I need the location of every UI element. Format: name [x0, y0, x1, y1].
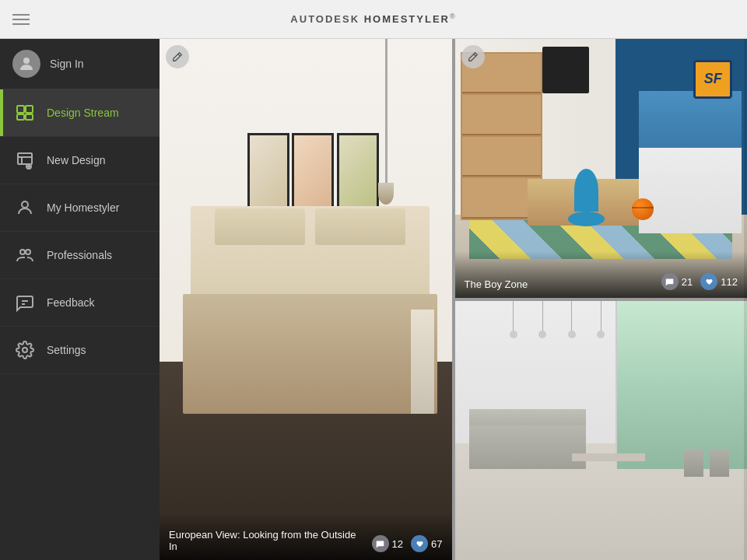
professionals-label: Professionals — [47, 249, 112, 261]
boy-monitor — [542, 47, 589, 93]
card-title-boy: The Boy Zone — [465, 278, 655, 290]
like-count-boy: 112 — [721, 276, 738, 288]
svg-rect-4 — [26, 114, 33, 120]
title-prefix: AUTODESK — [290, 14, 359, 26]
heart-icon-boy — [700, 273, 717, 290]
pendant-lights — [499, 301, 615, 332]
sidebar-item-new-design[interactable]: New Design — [0, 137, 160, 184]
pendant-lamp — [385, 39, 388, 195]
chair-back — [574, 169, 599, 212]
chair-b — [710, 450, 729, 477]
hamburger-line-1 — [12, 14, 30, 16]
design-stream-label: Design Stream — [47, 107, 119, 119]
avatar — [12, 50, 40, 78]
svg-line-17 — [178, 54, 181, 57]
boy-chair — [566, 169, 607, 241]
modern-chairs — [684, 450, 729, 477]
card-overlay: European View: Looking from the Outside … — [160, 513, 452, 560]
comment-icon-boy — [661, 273, 679, 290]
my-homestyler-label: My Homestyler — [47, 201, 119, 214]
feedback-icon — [12, 290, 37, 315]
svg-point-12 — [20, 250, 25, 254]
svg-rect-2 — [26, 106, 33, 113]
svg-rect-3 — [17, 114, 24, 120]
heart-icon — [411, 535, 428, 552]
like-stat: 67 — [411, 535, 442, 552]
comment-stat-boy: 21 — [661, 273, 693, 290]
chair-seat — [568, 212, 605, 226]
svg-point-13 — [26, 250, 30, 254]
design-stream-icon — [12, 100, 37, 125]
app-title: AUTODESK HOMESTYLER® — [290, 12, 456, 25]
professionals-icon — [12, 243, 37, 268]
header: AUTODESK HOMESTYLER® — [0, 0, 747, 39]
like-count: 67 — [431, 538, 442, 550]
like-stat-boy: 112 — [700, 273, 738, 290]
bed — [183, 195, 437, 414]
bed-frame — [183, 294, 437, 415]
card-stats: 12 67 — [372, 535, 443, 552]
pendant-3 — [571, 301, 572, 332]
pillow-1 — [215, 208, 306, 244]
my-homestyler-icon — [12, 195, 37, 220]
card-modern-living[interactable] — [455, 301, 748, 560]
modern-coffee-table — [572, 453, 645, 461]
pendant-1 — [513, 301, 514, 332]
comment-count-boy: 21 — [682, 276, 693, 288]
hamburger-line-2 — [12, 19, 30, 20]
settings-icon — [12, 338, 37, 362]
menu-button[interactable] — [12, 11, 30, 28]
svg-line-18 — [473, 54, 475, 57]
modern-window — [615, 301, 747, 469]
edit-button[interactable] — [166, 45, 189, 68]
comment-stat: 12 — [372, 535, 403, 552]
pendant-2 — [542, 301, 543, 332]
comment-icon — [372, 535, 389, 552]
boy-mattress — [639, 91, 741, 148]
sidebar-item-design-stream[interactable]: Design Stream — [0, 89, 160, 137]
basketball — [632, 198, 654, 220]
sidebar-item-feedback[interactable]: Feedback — [0, 279, 160, 327]
title-sup: ® — [450, 12, 457, 20]
card-title: European View: Looking from the Outside … — [169, 529, 366, 552]
room-bedroom-scene — [160, 39, 452, 560]
card-boy-zone[interactable]: SF The Boy Zone 21 — [455, 39, 748, 298]
svg-point-11 — [22, 201, 28, 208]
comment-count: 12 — [392, 538, 403, 550]
card-european-view[interactable]: European View: Looking from the Outside … — [160, 39, 452, 560]
card-overlay-boy: The Boy Zone 21 112 — [455, 251, 748, 298]
sidebar-item-professionals[interactable]: Professionals — [0, 232, 160, 279]
title-main: HOMESTYLER — [364, 14, 450, 26]
pillows — [215, 208, 406, 244]
sidebar-item-my-homestyler[interactable]: My Homestyler — [0, 184, 160, 232]
svg-rect-1 — [17, 106, 24, 113]
new-design-icon — [12, 148, 37, 173]
sign-in-label[interactable]: Sign In — [50, 58, 84, 70]
edit-button-boy[interactable] — [461, 45, 485, 68]
sidebar: Sign In Design Stream New Design — [0, 39, 160, 560]
hamburger-line-3 — [12, 23, 30, 25]
new-design-label: New Design — [47, 154, 105, 166]
card-stats-boy: 21 112 — [661, 273, 738, 290]
svg-point-0 — [23, 58, 30, 64]
chair-a — [684, 450, 703, 477]
room-modern-scene — [455, 301, 748, 560]
settings-label: Settings — [47, 344, 86, 356]
modern-sofa — [469, 423, 586, 470]
svg-point-16 — [23, 348, 27, 352]
sidebar-item-settings[interactable]: Settings — [0, 327, 160, 374]
pendant-4 — [601, 301, 601, 332]
sidebar-user-row[interactable]: Sign In — [0, 39, 160, 89]
svg-rect-5 — [18, 153, 32, 164]
sofa-back — [469, 409, 586, 425]
pillow-2 — [315, 208, 406, 244]
feedback-label: Feedback — [47, 296, 94, 309]
side-table — [411, 310, 434, 414]
design-feed: European View: Looking from the Outside … — [160, 39, 747, 560]
boy-bed — [639, 91, 741, 233]
sf-logo: SF — [693, 60, 732, 99]
